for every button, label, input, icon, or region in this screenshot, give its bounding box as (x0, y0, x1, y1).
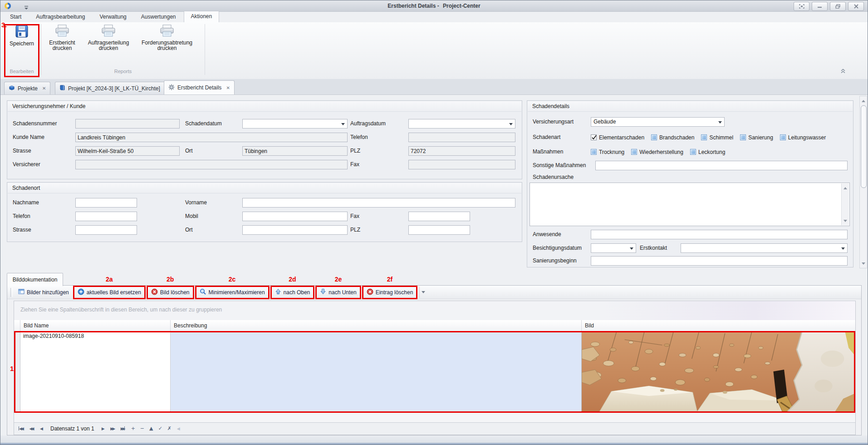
nav-post-button[interactable]: ✓ (157, 425, 164, 432)
input-vorname[interactable] (242, 198, 515, 208)
minimize-maximize-button[interactable]: Minimieren/Maximieren (196, 287, 268, 298)
ribbon-tab-aktionen[interactable]: Aktionen (184, 11, 220, 22)
close-tab-icon[interactable]: ✕ (226, 85, 230, 90)
tab-bilddokumentation[interactable]: Bilddokumentation (7, 273, 63, 286)
cell-bild-name[interactable]: image-20210910-085918 (20, 331, 171, 411)
doc-tab-label: Projekte (18, 85, 38, 92)
chevron-down-icon (630, 247, 633, 252)
input-kunde-name[interactable] (75, 133, 348, 142)
annotation-box-2c: 2c Minimieren/Maximieren (195, 286, 270, 299)
bilddok-toolbar: Bilder hinzufügen 2a aktuelles Bild erse… (7, 286, 861, 299)
input-fax[interactable] (408, 160, 515, 169)
input-fax[interactable] (408, 212, 470, 221)
minimize-button[interactable] (812, 2, 828, 11)
checkbox-wiederherstellung[interactable]: Wiederherstellung (631, 149, 683, 155)
dropdown-auftragsdatum[interactable] (408, 119, 515, 129)
move-up-button[interactable]: nach Oben (272, 287, 314, 298)
dropdown-schadendatum[interactable] (242, 119, 348, 129)
delete-image-button[interactable]: Bild löschen (148, 287, 193, 298)
input-nachname[interactable] (75, 198, 137, 208)
checkbox-blue-icon (591, 149, 597, 155)
fit-to-screen-button[interactable] (794, 2, 809, 11)
checkbox-trocknung[interactable]: Trocknung (591, 149, 624, 155)
scroll-down-icon[interactable] (860, 261, 867, 268)
input-sanierungsbeginn[interactable] (591, 256, 848, 266)
ribbon-collapse-icon[interactable] (840, 68, 846, 76)
doc-tab-projekt-k2024[interactable]: Projekt [K_2024-3] [K_LK-TÜ_Kirchte] ✕ (55, 82, 173, 94)
nav-delete-button[interactable]: − (138, 425, 146, 432)
nav-next-button[interactable]: ▶ (99, 425, 107, 432)
textarea-schadenursache[interactable] (530, 183, 850, 226)
replace-image-button[interactable]: aktuelles Bild ersetzen (74, 287, 144, 298)
group-by-panel[interactable]: Ziehen Sie eine Spaltenüberschrift in di… (14, 301, 855, 321)
input-schadensnummer[interactable] (75, 119, 180, 129)
label-nachname: Nachname (13, 198, 39, 208)
nav-cancel-button[interactable]: ✗ (166, 425, 173, 432)
scroll-down-icon[interactable] (842, 218, 849, 225)
close-button[interactable] (848, 2, 864, 11)
scrollbar-thumb[interactable] (861, 105, 867, 188)
save-button[interactable]: Speichern (6, 22, 38, 47)
doc-tab-erstbericht-details[interactable]: Erstbericht Details ✕ (164, 80, 235, 94)
label-besichtigungsdatum: Besichtigungsdatum (533, 243, 582, 253)
cell-beschreibung[interactable] (171, 331, 582, 411)
nav-prev-button[interactable]: ◀ (38, 425, 45, 432)
label-plz: PLZ (350, 146, 360, 156)
input-ort[interactable] (242, 146, 348, 156)
nav-first-button[interactable]: ◀◀ (17, 425, 26, 432)
nav-prev-page-button[interactable]: ◀◀ (27, 425, 36, 432)
group-by-hint: Ziehen Sie eine Spaltenüberschrift in di… (20, 307, 222, 313)
ribbon-tab-verwaltung[interactable]: Verwaltung (93, 12, 133, 22)
scroll-up-icon[interactable] (860, 96, 867, 104)
move-down-button[interactable]: nach Unten (317, 287, 359, 298)
ribbon-tab-auftragsbearbeitung[interactable]: Auftragsbearbeitung (29, 12, 92, 22)
nav-edit-button[interactable]: ▲ (147, 425, 155, 432)
print-erstbericht-button[interactable]: Erstbericht drucken (43, 22, 81, 51)
toolbar-overflow-button[interactable] (419, 287, 427, 298)
restore-button[interactable] (830, 2, 846, 11)
checkbox-leitungswasser[interactable]: Leitungswasser (780, 134, 826, 141)
input-strasse[interactable] (75, 146, 180, 156)
input-mobil[interactable] (242, 212, 348, 221)
add-images-button[interactable]: Bilder hinzufügen (15, 287, 72, 298)
input-telefon[interactable] (408, 133, 515, 142)
print-auftragserteilung-button[interactable]: Auftragserteilung drucken (83, 22, 134, 51)
input-telefon[interactable] (75, 212, 137, 221)
dropdown-besichtigungsdatum[interactable] (591, 243, 636, 253)
input-plz[interactable] (408, 225, 470, 235)
input-plz[interactable] (408, 146, 515, 156)
print-forderungsabtretung-button[interactable]: Forderungsabtretung drucken (137, 22, 197, 51)
dropdown-erstkontakt[interactable] (681, 243, 848, 253)
checkbox-leckortung[interactable]: Leckortung (690, 149, 725, 155)
nav-next-page-button[interactable]: ▶▶ (108, 425, 118, 432)
column-header-bild-name[interactable]: Bild Name (20, 320, 171, 331)
column-header-beschreibung[interactable]: Beschreibung (171, 320, 582, 331)
close-tab-icon[interactable]: ✕ (42, 86, 46, 91)
column-header-bild[interactable]: Bild (582, 320, 855, 331)
checkbox-elementarschaden[interactable]: Elementarschaden (591, 134, 644, 141)
textarea-scrollbar[interactable] (841, 183, 849, 225)
dropdown-versicherungsart[interactable]: Gebäude (591, 117, 725, 127)
input-strasse[interactable] (75, 225, 137, 235)
checkbox-sanierung[interactable]: Sanierung (740, 134, 773, 141)
ribbon-tab-auswertungen[interactable]: Auswertungen (134, 12, 183, 22)
annotation-box-2a: 2a aktuelles Bild ersetzen (73, 286, 146, 299)
table-row[interactable]: image-20210910-085918 (14, 331, 855, 411)
cell-bild-photo[interactable] (582, 331, 855, 411)
ribbon-group-reports: Reports (42, 69, 204, 74)
schadenart-checkbox-row: Elementarschaden Brandschaden Schimmel S… (591, 133, 826, 142)
checkbox-schimmel[interactable]: Schimmel (701, 134, 733, 141)
checkbox-brandschaden[interactable]: Brandschaden (651, 134, 694, 141)
input-ort[interactable] (242, 225, 348, 235)
input-versicherer[interactable] (75, 160, 348, 169)
form-scrollbar[interactable] (859, 96, 867, 268)
scroll-up-icon[interactable] (842, 183, 849, 191)
toolbar-grip[interactable] (10, 288, 13, 297)
doc-tab-projekte[interactable]: Projekte ✕ (4, 82, 50, 94)
input-anwesende[interactable] (591, 230, 848, 239)
nav-append-button[interactable]: + (129, 425, 137, 432)
delete-entry-button[interactable]: Eintrag löschen (363, 287, 417, 298)
input-sonstige-massnahmen[interactable] (595, 161, 848, 170)
printer-icon (159, 25, 175, 39)
nav-last-button[interactable]: ▶▶ (119, 425, 128, 432)
